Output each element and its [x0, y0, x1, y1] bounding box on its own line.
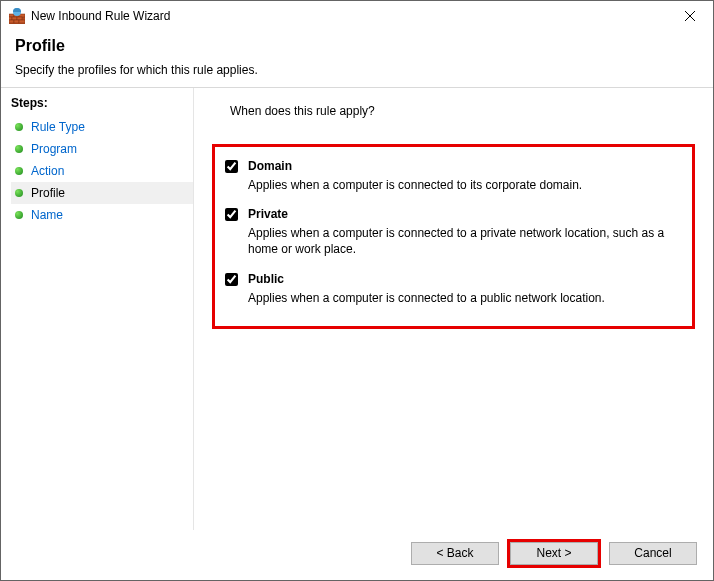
wizard-window: New Inbound Rule Wizard Profile Specify … — [0, 0, 714, 581]
page-subtitle: Specify the profiles for which this rule… — [15, 63, 699, 77]
svg-rect-4 — [9, 17, 12, 20]
option-domain-label: Domain — [248, 159, 292, 173]
next-button[interactable]: Next > — [510, 542, 598, 565]
option-domain-desc: Applies when a computer is connected to … — [248, 177, 676, 193]
checkbox-public[interactable] — [225, 273, 238, 286]
step-label: Profile — [31, 186, 65, 200]
wizard-body: Steps: Rule Type Program Action Profile … — [1, 88, 713, 530]
steps-heading: Steps: — [11, 96, 193, 110]
checkbox-domain[interactable] — [225, 160, 238, 173]
option-private-label: Private — [248, 207, 288, 221]
step-label: Rule Type — [31, 120, 85, 134]
window-title: New Inbound Rule Wizard — [31, 9, 667, 23]
option-public-desc: Applies when a computer is connected to … — [248, 290, 676, 306]
svg-rect-1 — [9, 14, 14, 17]
svg-rect-7 — [9, 20, 14, 23]
profiles-highlight: Domain Applies when a computer is connec… — [212, 144, 695, 329]
bullet-icon — [15, 211, 23, 219]
content-pane: When does this rule apply? Domain Applie… — [193, 88, 713, 530]
checkbox-private[interactable] — [225, 208, 238, 221]
close-button[interactable] — [667, 1, 713, 31]
option-domain: Domain — [225, 159, 676, 173]
page-title: Profile — [15, 37, 699, 55]
titlebar: New Inbound Rule Wizard — [1, 1, 713, 31]
next-button-highlight: Next > — [507, 539, 601, 568]
option-private: Private — [225, 207, 676, 221]
question-text: When does this rule apply? — [230, 104, 689, 118]
svg-rect-6 — [17, 17, 22, 20]
step-label: Program — [31, 142, 77, 156]
option-public: Public — [225, 272, 676, 286]
wizard-header: Profile Specify the profiles for which t… — [1, 31, 713, 87]
step-rule-type[interactable]: Rule Type — [11, 116, 193, 138]
steps-sidebar: Steps: Rule Type Program Action Profile … — [1, 88, 193, 530]
bullet-icon — [15, 189, 23, 197]
svg-rect-5 — [12, 17, 17, 20]
svg-rect-8 — [14, 20, 19, 23]
step-label: Action — [31, 164, 64, 178]
firewall-icon — [9, 8, 25, 24]
bullet-icon — [15, 167, 23, 175]
step-name[interactable]: Name — [11, 204, 193, 226]
option-public-label: Public — [248, 272, 284, 286]
option-private-desc: Applies when a computer is connected to … — [248, 225, 676, 257]
close-icon — [685, 11, 695, 21]
back-button[interactable]: < Back — [411, 542, 499, 565]
step-profile[interactable]: Profile — [11, 182, 193, 204]
step-label: Name — [31, 208, 63, 222]
step-action[interactable]: Action — [11, 160, 193, 182]
step-program[interactable]: Program — [11, 138, 193, 160]
bullet-icon — [15, 123, 23, 131]
cancel-button[interactable]: Cancel — [609, 542, 697, 565]
bullet-icon — [15, 145, 23, 153]
svg-rect-9 — [19, 20, 25, 23]
wizard-footer: < Back Next > Cancel — [1, 530, 713, 580]
